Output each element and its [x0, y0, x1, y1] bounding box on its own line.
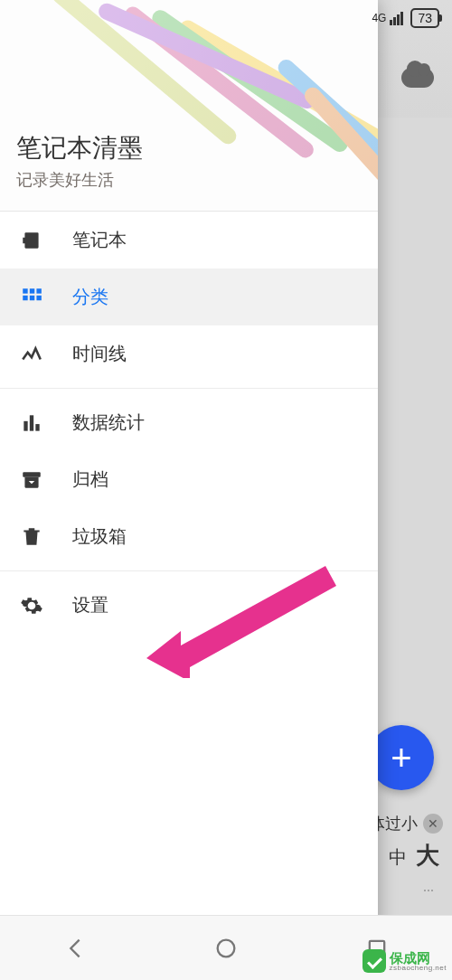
watermark-url: zsbaocheng.net — [390, 965, 447, 972]
grid-icon — [18, 284, 45, 311]
menu-item-timeline[interactable]: 时间线 — [0, 325, 378, 382]
drawer-menu: 笔记本 分类 时间线 数据统计 — [0, 212, 378, 980]
network-4g-icon: 4G — [372, 13, 386, 24]
menu-item-notebook[interactable]: 笔记本 — [0, 212, 378, 269]
gear-icon — [18, 592, 45, 619]
svg-rect-10 — [30, 295, 34, 299]
svg-rect-15 — [23, 472, 41, 476]
navigation-drawer: 笔记本清墨 记录美好生活 笔记本 分类 时间线 — [0, 0, 378, 980]
archive-icon — [18, 466, 45, 494]
svg-rect-5 — [23, 237, 25, 243]
menu-label: 数据统计 — [72, 410, 145, 435]
svg-rect-12 — [24, 420, 27, 430]
svg-rect-4 — [24, 232, 38, 248]
app-title: 笔记本清墨 — [16, 131, 143, 165]
nav-back-button[interactable] — [61, 935, 89, 962]
svg-rect-8 — [36, 288, 41, 293]
menu-label: 分类 — [72, 285, 108, 309]
status-bar: 4G 73 — [0, 0, 452, 36]
menu-label: 垃圾箱 — [72, 524, 127, 549]
timeline-icon — [18, 341, 45, 368]
close-icon[interactable]: ✕ — [423, 814, 443, 834]
menu-label: 设置 — [72, 593, 108, 617]
svg-rect-14 — [35, 424, 39, 431]
battery-indicator: 73 — [410, 8, 439, 28]
notebook-icon — [18, 227, 45, 254]
menu-item-trash[interactable]: 垃圾箱 — [0, 508, 378, 565]
svg-rect-7 — [30, 288, 34, 293]
svg-rect-11 — [36, 295, 41, 299]
cloud-icon — [401, 68, 434, 88]
menu-item-stats[interactable]: 数据统计 — [0, 394, 378, 451]
app-subtitle: 记录美好生活 — [16, 169, 143, 191]
ad-indicator: ⋯ — [423, 884, 436, 897]
signal-icon — [390, 12, 403, 25]
stats-icon — [18, 410, 45, 437]
watermark-name: 保成网 — [390, 951, 447, 965]
font-size-hint: 体过小✕ 中大 — [369, 813, 443, 872]
svg-rect-9 — [23, 295, 27, 299]
menu-label: 笔记本 — [72, 228, 127, 252]
menu-item-archive[interactable]: 归档 — [0, 451, 378, 508]
svg-rect-6 — [23, 288, 27, 293]
svg-rect-13 — [30, 415, 33, 430]
menu-label: 归档 — [72, 467, 108, 492]
menu-item-settings[interactable]: 设置 — [0, 577, 378, 634]
menu-item-category[interactable]: 分类 — [0, 269, 378, 325]
trash-icon — [18, 523, 45, 551]
watermark-logo-icon — [363, 949, 386, 973]
nav-home-button[interactable] — [212, 935, 240, 962]
menu-label: 时间线 — [72, 342, 127, 366]
add-note-fab[interactable]: + — [369, 725, 434, 790]
svg-point-17 — [218, 939, 235, 956]
plus-icon: + — [391, 738, 411, 778]
watermark: 保成网 zsbaocheng.net — [363, 949, 447, 973]
